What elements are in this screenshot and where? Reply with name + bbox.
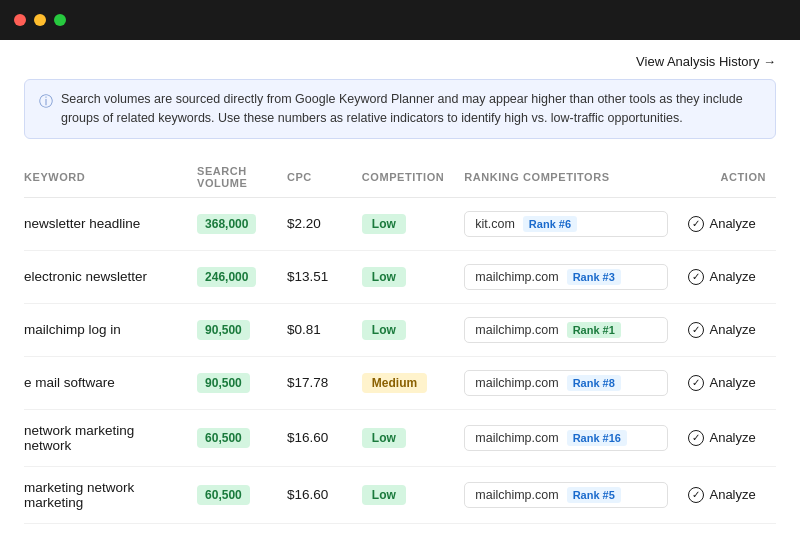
table-header-row: KEYWORD SEARCH VOLUME CPC COMPETITION RA…: [24, 157, 776, 198]
competition-cell: Low: [352, 197, 454, 250]
view-history-link[interactable]: View Analysis History →: [636, 54, 776, 69]
competition-cell: Low: [352, 523, 454, 535]
cpc-cell: $2.20: [277, 197, 352, 250]
volume-badge: 368,000: [197, 214, 256, 234]
volume-cell: 246,000: [187, 250, 277, 303]
competitor-domain: mailchimp.com: [475, 431, 558, 445]
volume-cell: 60,500: [187, 409, 277, 466]
info-icon: ⓘ: [39, 91, 53, 112]
col-header-competitors: RANKING COMPETITORS: [454, 157, 678, 198]
analyze-icon: ✓: [688, 322, 704, 338]
action-cell: ✓ Analyze: [678, 409, 776, 466]
competition-cell: Low: [352, 250, 454, 303]
analyze-button[interactable]: ✓ Analyze: [688, 375, 766, 391]
analyze-button[interactable]: ✓ Analyze: [688, 216, 766, 232]
top-bar: View Analysis History →: [24, 40, 776, 79]
competitor-domain: mailchimp.com: [475, 270, 558, 284]
volume-cell: 90,500: [187, 356, 277, 409]
competitors-cell: mailchimp.com Rank #8: [454, 356, 678, 409]
competitor-box: mailchimp.com Rank #16: [464, 425, 668, 451]
table-row: electronic newsletter 246,000 $13.51 Low…: [24, 250, 776, 303]
volume-badge: 90,500: [197, 373, 250, 393]
keywords-table: KEYWORD SEARCH VOLUME CPC COMPETITION RA…: [24, 157, 776, 536]
col-header-competition: COMPETITION: [352, 157, 454, 198]
competitors-cell: kit.com Rank #6: [454, 197, 678, 250]
analyze-button[interactable]: ✓ Analyze: [688, 430, 766, 446]
keyword-cell: free best email: [24, 523, 187, 535]
action-cell: ✓ Analyze: [678, 303, 776, 356]
rank-badge: Rank #5: [567, 487, 621, 503]
competitors-cell: mailchimp.com Rank #16: [454, 409, 678, 466]
keyword-cell: marketing network marketing: [24, 466, 187, 523]
rank-badge: Rank #3: [567, 269, 621, 285]
cpc-cell: $0.81: [277, 303, 352, 356]
volume-cell: 368,000: [187, 197, 277, 250]
keyword-cell: e mail software: [24, 356, 187, 409]
keyword-cell: network marketing network: [24, 409, 187, 466]
competitor-box: mailchimp.com Rank #3: [464, 264, 668, 290]
competitor-domain: mailchimp.com: [475, 376, 558, 390]
competitor-box: mailchimp.com Rank #1: [464, 317, 668, 343]
competition-cell: Low: [352, 466, 454, 523]
analyze-button[interactable]: ✓ Analyze: [688, 322, 766, 338]
cpc-cell: $16.60: [277, 409, 352, 466]
analyze-icon: ✓: [688, 487, 704, 503]
action-cell: ✓ Analyze: [678, 523, 776, 535]
table-row: mailchimp log in 90,500 $0.81 Low mailch…: [24, 303, 776, 356]
info-banner: ⓘ Search volumes are sourced directly fr…: [24, 79, 776, 139]
competitors-cell: mailchimp.com Rank #5: [454, 466, 678, 523]
competition-cell: Low: [352, 303, 454, 356]
competitor-domain: mailchimp.com: [475, 323, 558, 337]
competitors-cell: mailchimp.com Rank #14: [454, 523, 678, 535]
col-header-keyword: KEYWORD: [24, 157, 187, 198]
volume-cell: 90,500: [187, 303, 277, 356]
volume-cell: 60,500: [187, 466, 277, 523]
traffic-light-red[interactable]: [14, 14, 26, 26]
analyze-icon: ✓: [688, 269, 704, 285]
cpc-cell: $16.60: [277, 466, 352, 523]
competition-cell: Low: [352, 409, 454, 466]
col-header-action: ACTION: [678, 157, 776, 198]
table-row: network marketing network 60,500 $16.60 …: [24, 409, 776, 466]
volume-badge: 60,500: [197, 485, 250, 505]
rank-badge: Rank #6: [523, 216, 577, 232]
competition-badge: Low: [362, 267, 406, 287]
action-cell: ✓ Analyze: [678, 197, 776, 250]
action-cell: ✓ Analyze: [678, 356, 776, 409]
cpc-cell: $13.51: [277, 250, 352, 303]
rank-badge: Rank #8: [567, 375, 621, 391]
keyword-cell: mailchimp log in: [24, 303, 187, 356]
analyze-icon: ✓: [688, 375, 704, 391]
keyword-cell: newsletter headline: [24, 197, 187, 250]
analyze-button[interactable]: ✓ Analyze: [688, 269, 766, 285]
volume-cell: 27,100: [187, 523, 277, 535]
competition-badge: Low: [362, 214, 406, 234]
volume-badge: 246,000: [197, 267, 256, 287]
rank-badge: Rank #1: [567, 322, 621, 338]
col-header-volume: SEARCH VOLUME: [187, 157, 277, 198]
table-row: marketing network marketing 60,500 $16.6…: [24, 466, 776, 523]
traffic-light-green[interactable]: [54, 14, 66, 26]
traffic-light-yellow[interactable]: [34, 14, 46, 26]
competitors-cell: mailchimp.com Rank #3: [454, 250, 678, 303]
cpc-cell: $5.06: [277, 523, 352, 535]
action-cell: ✓ Analyze: [678, 250, 776, 303]
competition-badge: Medium: [362, 373, 427, 393]
analyze-icon: ✓: [688, 430, 704, 446]
competitor-box: mailchimp.com Rank #8: [464, 370, 668, 396]
competition-badge: Low: [362, 485, 406, 505]
analyze-button[interactable]: ✓ Analyze: [688, 487, 766, 503]
competition-badge: Low: [362, 320, 406, 340]
table-row: free best email 27,100 $5.06 Low mailchi…: [24, 523, 776, 535]
info-banner-text: Search volumes are sourced directly from…: [61, 90, 761, 128]
competitors-cell: mailchimp.com Rank #1: [454, 303, 678, 356]
analyze-icon: ✓: [688, 216, 704, 232]
volume-badge: 60,500: [197, 428, 250, 448]
competition-badge: Low: [362, 428, 406, 448]
competitor-box: mailchimp.com Rank #5: [464, 482, 668, 508]
action-cell: ✓ Analyze: [678, 466, 776, 523]
keyword-cell: electronic newsletter: [24, 250, 187, 303]
competition-cell: Medium: [352, 356, 454, 409]
rank-badge: Rank #16: [567, 430, 627, 446]
competitor-domain: mailchimp.com: [475, 488, 558, 502]
